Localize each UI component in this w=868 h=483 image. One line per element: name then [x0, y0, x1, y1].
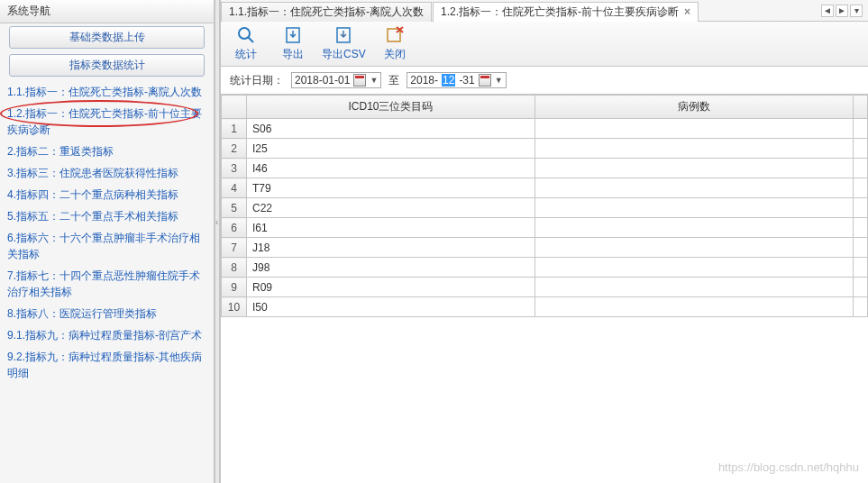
cell-count	[535, 218, 854, 238]
tool-label: 统计	[235, 47, 257, 62]
table-row[interactable]: 1S06	[222, 119, 868, 139]
row-number: 7	[222, 238, 247, 258]
cell-count	[535, 198, 854, 218]
tabs-row: 1.1.指标一：住院死亡类指标-离院人次数 1.2.指标一：住院死亡类指标-前十…	[221, 0, 868, 22]
table-wrap: ICD10三位类目码 病例数 1S062I253I464T795C226I617…	[221, 95, 868, 483]
cell-pad	[854, 278, 868, 297]
table-row[interactable]: 3I46	[222, 159, 868, 178]
nav-item-5[interactable]: 5.指标五：二十个重点手术相关指标	[5, 205, 208, 227]
to-label: 至	[388, 73, 399, 88]
cell-icd: I25	[247, 139, 535, 159]
table-row[interactable]: 7J18	[222, 238, 868, 258]
cell-pad	[854, 238, 868, 258]
date-to-selected: 12	[442, 74, 455, 87]
cell-icd: T79	[247, 178, 535, 198]
tabs-scroll-controls: ◄ ► ▾	[821, 5, 868, 17]
tabs-scroll-right-icon[interactable]: ►	[836, 5, 848, 17]
date-to-suffix: -31	[459, 74, 474, 87]
table-row[interactable]: 9R09	[222, 278, 868, 297]
table-row[interactable]: 10I50	[222, 297, 868, 317]
row-number: 1	[222, 119, 247, 139]
nav-item-3[interactable]: 3.指标三：住院患者医院获得性指标	[5, 162, 208, 184]
cell-count	[535, 297, 854, 317]
tabs-scroll-left-icon[interactable]: ◄	[821, 5, 834, 17]
row-number: 9	[222, 278, 247, 297]
scrollbar-header	[854, 96, 868, 119]
tab-label: 1.1.指标一：住院死亡类指标-离院人次数	[229, 5, 424, 20]
date-from-input[interactable]: 2018-01-01 ▼	[291, 72, 381, 88]
col-count-header[interactable]: 病例数	[535, 96, 854, 119]
row-number: 5	[222, 198, 247, 218]
cell-count	[535, 278, 854, 297]
cell-pad	[854, 198, 868, 218]
nav-item-8[interactable]: 8.指标八：医院运行管理类指标	[5, 303, 208, 324]
table-row[interactable]: 6I61	[222, 218, 868, 238]
nav-item-2[interactable]: 2.指标二：重返类指标	[5, 141, 208, 162]
tab-label: 1.2.指标一：住院死亡类指标-前十位主要疾病诊断	[441, 5, 679, 20]
cell-count	[535, 258, 854, 278]
cell-icd: I50	[247, 297, 535, 317]
cell-count	[535, 139, 854, 159]
data-table: ICD10三位类目码 病例数 1S062I253I464T795C226I617…	[221, 95, 868, 317]
export-csv-button[interactable]: 导出CSV	[322, 25, 366, 62]
sidebar: 系统导航 基础类数据上传 指标类数据统计 1.1.指标一：住院死亡类指标-离院人…	[0, 0, 215, 483]
cell-pad	[854, 258, 868, 278]
cell-pad	[854, 119, 868, 139]
tab-close-icon[interactable]: ×	[684, 5, 690, 18]
tool-label: 导出	[282, 47, 304, 62]
date-to-prefix: 2018-	[410, 74, 438, 87]
nav-item-1-2[interactable]: 1.2.指标一：住院死亡类指标-前十位主要疾病诊断	[5, 103, 208, 141]
cell-icd: I46	[247, 159, 535, 178]
nav-item-9-2[interactable]: 9.2.指标九：病种过程质量指标-其他疾病明细	[5, 346, 208, 384]
dropdown-icon: ▼	[370, 76, 378, 85]
cell-count	[535, 238, 854, 258]
table-row[interactable]: 2I25	[222, 139, 868, 159]
cell-icd: C22	[247, 198, 535, 218]
nav-item-7[interactable]: 7.指标七：十四个重点恶性肿瘤住院手术治疗相关指标	[5, 265, 208, 303]
tool-label: 关闭	[384, 47, 406, 62]
export-icon	[283, 25, 303, 45]
date-to-input[interactable]: 2018-12-31 ▼	[407, 72, 506, 88]
stats-button[interactable]: 统计	[228, 25, 264, 62]
tool-label: 导出CSV	[322, 47, 366, 62]
nav-list: 1.1.指标一：住院死亡类指标-离院人次数 1.2.指标一：住院死亡类指标-前十…	[0, 79, 214, 483]
nav-item-6[interactable]: 6.指标六：十六个重点肿瘤非手术治疗相关指标	[5, 227, 208, 265]
section-stats[interactable]: 指标类数据统计	[9, 54, 205, 77]
row-number: 2	[222, 139, 247, 159]
stats-icon	[236, 25, 256, 45]
nav-item-9-1[interactable]: 9.1.指标九：病种过程质量指标-剖宫产术	[5, 324, 208, 346]
dropdown-icon: ▼	[495, 76, 503, 85]
close-icon	[385, 25, 405, 45]
tab-1-2[interactable]: 1.2.指标一：住院死亡类指标-前十位主要疾病诊断 ×	[433, 2, 699, 22]
calendar-icon	[479, 74, 491, 87]
main-panel: 1.1.指标一：住院死亡类指标-离院人次数 1.2.指标一：住院死亡类指标-前十…	[220, 0, 868, 483]
row-number: 3	[222, 159, 247, 178]
rownum-header	[222, 96, 247, 119]
nav-item-4[interactable]: 4.指标四：二十个重点病种相关指标	[5, 184, 208, 205]
cell-pad	[854, 178, 868, 198]
date-from-value: 2018-01-01	[295, 74, 350, 87]
section-upload[interactable]: 基础类数据上传	[9, 26, 205, 49]
tabs-menu-icon[interactable]: ▾	[850, 5, 863, 17]
row-number: 4	[222, 178, 247, 198]
filter-label: 统计日期：	[230, 73, 284, 88]
cell-count	[535, 119, 854, 139]
close-button[interactable]: 关闭	[377, 25, 413, 62]
svg-line-1	[248, 37, 253, 42]
nav-item-1-1[interactable]: 1.1.指标一：住院死亡类指标-离院人次数	[5, 81, 208, 103]
cell-icd: R09	[247, 278, 535, 297]
cell-pad	[854, 218, 868, 238]
table-row[interactable]: 4T79	[222, 178, 868, 198]
splitter[interactable]	[215, 0, 220, 483]
col-icd-header[interactable]: ICD10三位类目码	[247, 96, 535, 119]
nav-item-label: 1.2.指标一：住院死亡类指标-前十位主要疾病诊断	[7, 107, 202, 136]
cell-pad	[854, 139, 868, 159]
table-row[interactable]: 8J98	[222, 258, 868, 278]
cell-icd: S06	[247, 119, 535, 139]
tab-1-1[interactable]: 1.1.指标一：住院死亡类指标-离院人次数	[221, 2, 432, 22]
row-number: 10	[222, 297, 247, 317]
cell-icd: J18	[247, 238, 535, 258]
table-row[interactable]: 5C22	[222, 198, 868, 218]
row-number: 6	[222, 218, 247, 238]
export-button[interactable]: 导出	[275, 25, 311, 62]
